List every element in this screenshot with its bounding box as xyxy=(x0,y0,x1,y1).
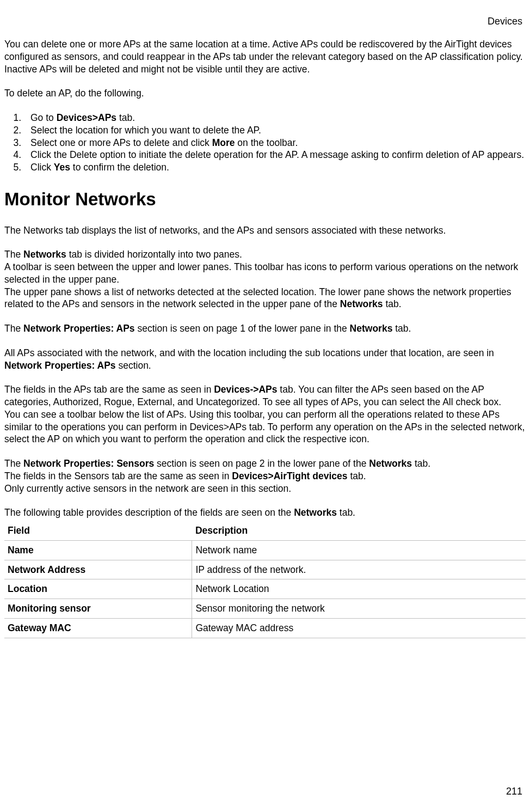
b7-bold: Devices->APs xyxy=(214,384,277,395)
table-row: Gateway MAC Gateway MAC address xyxy=(4,618,526,638)
table-cell-field: Gateway MAC xyxy=(4,618,192,638)
table-cell-description: Network name xyxy=(192,540,526,560)
b9-pre: The xyxy=(4,458,23,469)
table-cell-description: Gateway MAC address xyxy=(192,618,526,638)
b2-pre: The xyxy=(4,249,23,260)
table-cell-field: Location xyxy=(4,579,192,599)
step-5-post: to confirm the deletion. xyxy=(70,162,169,173)
b4-pre: The upper pane shows a list of networks … xyxy=(4,286,511,310)
step-5: Click Yes to confirm the deletion. xyxy=(24,161,526,174)
body-para-2: The Networks tab is divided horizontally… xyxy=(4,248,526,261)
table-header-description: Description xyxy=(192,521,526,540)
table-cell-field: Name xyxy=(4,540,192,560)
b2-post: tab is divided horizontally into two pan… xyxy=(66,249,242,260)
table-cell-description: Network Location xyxy=(192,579,526,599)
body-para-11: Only currently active sensors in the net… xyxy=(4,483,526,495)
b9-mid: section is seen on page 2 in the lower p… xyxy=(154,458,369,469)
body-para-3: A toolbar is seen between the upper and … xyxy=(4,261,526,286)
b6-pre: All APs associated with the network, and… xyxy=(4,347,494,358)
body-para-4: The upper pane shows a list of networks … xyxy=(4,286,526,311)
table-row: Monitoring sensor Sensor monitoring the … xyxy=(4,599,526,619)
header-section-title: Devices xyxy=(488,15,522,28)
b7-pre: The fields in the APs tab are the same a… xyxy=(4,384,214,395)
table-row: Name Network name xyxy=(4,540,526,560)
table-header-row: Field Description xyxy=(4,521,526,540)
b2-bold: Networks xyxy=(23,249,66,260)
table-cell-field: Network Address xyxy=(4,560,192,579)
b9-bold1: Network Properties: Sensors xyxy=(23,458,154,469)
intro-para-3: To delete an AP, do the following. xyxy=(4,87,526,100)
step-3-post: on the toolbar. xyxy=(235,137,298,148)
step-1-bold: Devices>APs xyxy=(57,112,116,123)
delete-ap-steps: Go to Devices>APs tab. Select the locati… xyxy=(4,112,526,174)
table-cell-description: Sensor monitoring the network xyxy=(192,599,526,619)
body-para-7: The fields in the APs tab are the same a… xyxy=(4,383,526,408)
step-1-pre: Go to xyxy=(30,112,57,123)
body-para-8: You can see a toolbar below the list of … xyxy=(4,408,526,445)
b10-bold: Devices>AirTight devices xyxy=(232,471,347,481)
step-3-bold: More xyxy=(212,137,235,148)
body-para-12: The following table provides description… xyxy=(4,506,526,519)
b12-post: tab. xyxy=(337,507,355,518)
step-2: Select the location for which you want t… xyxy=(24,124,526,137)
body-para-9: The Network Properties: Sensors section … xyxy=(4,457,526,470)
table-cell-field: Monitoring sensor xyxy=(4,599,192,619)
b12-pre: The following table provides description… xyxy=(4,507,294,518)
b4-bold: Networks xyxy=(340,298,383,309)
b12-bold: Networks xyxy=(294,507,337,518)
intro-para-2: Inactive APs will be deleted and might n… xyxy=(4,63,526,76)
body-para-6: All APs associated with the network, and… xyxy=(4,347,526,372)
table-cell-description: IP address of the network. xyxy=(192,560,526,579)
step-1-post: tab. xyxy=(116,112,135,123)
page-number: 211 xyxy=(506,785,522,798)
intro-para-1: You can delete one or more APs at the sa… xyxy=(4,38,526,63)
networks-fields-table: Field Description Name Network name Netw… xyxy=(4,521,526,638)
body-para-10: The fields in the Sensors tab are the sa… xyxy=(4,470,526,483)
step-5-bold: Yes xyxy=(54,162,70,173)
step-3-pre: Select one or more APs to delete and cli… xyxy=(30,137,212,148)
b5-post: tab. xyxy=(392,323,411,334)
b9-bold2: Networks xyxy=(369,458,412,469)
step-1: Go to Devices>APs tab. xyxy=(24,112,526,124)
table-row: Location Network Location xyxy=(4,579,526,599)
step-4: Click the Delete option to initiate the … xyxy=(24,149,526,161)
b5-pre: The xyxy=(4,323,23,334)
body-para-1: The Networks tab displays the list of ne… xyxy=(4,224,526,237)
b4-post: tab. xyxy=(383,298,402,309)
b5-bold2: Networks xyxy=(350,323,393,334)
step-3: Select one or more APs to delete and cli… xyxy=(24,137,526,149)
table-row: Network Address IP address of the networ… xyxy=(4,560,526,579)
b10-post: tab. xyxy=(348,471,366,481)
table-header-field: Field xyxy=(4,521,192,540)
monitor-networks-heading: Monitor Networks xyxy=(4,188,526,211)
b9-post: tab. xyxy=(412,458,430,469)
b5-mid: section is seen on page 1 of the lower p… xyxy=(135,323,350,334)
body-para-5: The Network Properties: APs section is s… xyxy=(4,322,526,335)
b10-pre: The fields in the Sensors tab are the sa… xyxy=(4,471,232,481)
b6-bold: Network Properties: APs xyxy=(4,360,116,371)
b5-bold1: Network Properties: APs xyxy=(23,323,135,334)
b6-post: section. xyxy=(116,360,151,371)
step-5-pre: Click xyxy=(30,162,54,173)
page-content: You can delete one or more APs at the sa… xyxy=(4,38,526,638)
